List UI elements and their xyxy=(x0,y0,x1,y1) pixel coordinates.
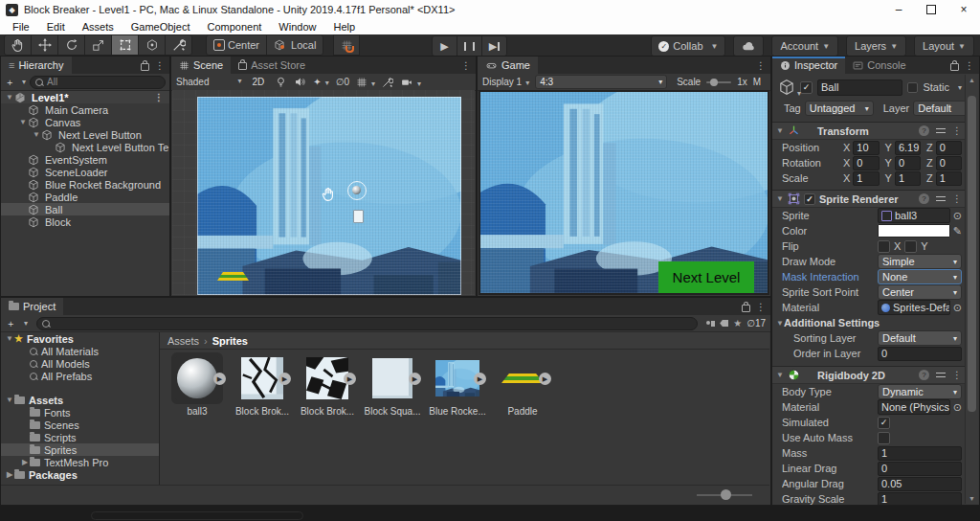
transform-rotation-x-field[interactable]: 0 xyxy=(853,156,879,170)
breadcrumb-root[interactable]: Assets xyxy=(167,335,199,347)
sr-help-icon[interactable]: ? xyxy=(919,193,929,204)
rigidbody-angular-drag-field[interactable]: 0.05 xyxy=(878,477,962,491)
expand-asset-icon[interactable]: ▶ xyxy=(213,373,226,385)
tab-scene[interactable]: Scene xyxy=(171,57,231,74)
scene-camera-dropdown[interactable]: ▾ xyxy=(400,77,421,88)
tab-project[interactable]: Project xyxy=(1,298,63,315)
scene-tools-button[interactable] xyxy=(382,77,393,88)
rigidbody-body-type-dropdown[interactable]: Dynamic▾ xyxy=(878,384,962,399)
inspector-lock-icon[interactable] xyxy=(950,63,959,71)
asset-paddle[interactable]: ▶Paddle xyxy=(497,356,548,486)
material-object-field[interactable]: Sprites-Defaul xyxy=(878,300,950,315)
asset-block-squa-[interactable]: ▶Block Squa... xyxy=(367,356,418,486)
hierarchy-item-canvas[interactable]: ▼Canvas xyxy=(1,116,169,128)
project-folder-all-materials[interactable]: All Materials xyxy=(1,345,159,357)
pause-button[interactable] xyxy=(457,35,482,57)
filter-label-icon[interactable] xyxy=(720,320,728,327)
expand-arrow-icon[interactable]: ▼ xyxy=(32,130,41,139)
transform-header[interactable]: ▼ Transform ?⋮ xyxy=(772,122,966,140)
menu-help[interactable]: Help xyxy=(324,19,364,34)
color-swatch[interactable] xyxy=(878,224,950,238)
expand-asset-icon[interactable]: ▶ xyxy=(474,373,486,385)
rotate-tool-button[interactable] xyxy=(57,34,85,56)
mask-interaction-dropdown[interactable]: None▾ xyxy=(878,269,962,284)
expand-asset-icon[interactable]: ▶ xyxy=(278,373,291,385)
create-dropdown-icon[interactable]: ▾ xyxy=(22,78,26,86)
game-viewport[interactable]: Next Level xyxy=(479,90,769,295)
menu-component[interactable]: Component xyxy=(198,19,270,34)
asset-blue-rocke-[interactable]: ▶Blue Rocke... xyxy=(432,356,483,486)
transform-tool-button[interactable] xyxy=(138,34,166,56)
account-dropdown[interactable]: Account▼ xyxy=(771,35,838,57)
thumbnail-size-knob[interactable] xyxy=(721,489,731,500)
draw-mode-dropdown[interactable]: Simple▾ xyxy=(878,254,962,269)
project-folder-assets[interactable]: ▼Assets xyxy=(1,394,159,406)
menu-gameobject[interactable]: GameObject xyxy=(122,19,199,34)
sort-point-dropdown[interactable]: Center▾ xyxy=(878,284,962,300)
rigidbody-use-auto-mass-checkbox[interactable] xyxy=(878,432,890,444)
rigidbody-mass-field[interactable]: 1 xyxy=(878,446,962,461)
static-dropdown-icon[interactable]: ▾ xyxy=(958,83,962,92)
hierarchy-item-eventsystem[interactable]: EventSystem xyxy=(1,153,169,166)
transform-position-y-field[interactable]: 6.19 xyxy=(895,141,921,155)
expand-arrow-icon[interactable]: ▼ xyxy=(18,118,28,126)
tab-console[interactable]: Console xyxy=(845,57,913,74)
hierarchy-item-next-level-button[interactable]: ▼Next Level Button xyxy=(1,128,169,141)
preset-icon[interactable] xyxy=(936,127,946,135)
project-create-button[interactable]: ＋ xyxy=(6,317,15,330)
project-lock-icon[interactable] xyxy=(742,305,750,312)
project-folder-scenes[interactable]: Scenes xyxy=(1,419,159,431)
expand-arrow-icon[interactable]: ▼ xyxy=(5,334,14,343)
favorite-filter-icon[interactable]: ★ xyxy=(733,318,742,328)
flip-y-checkbox[interactable] xyxy=(904,240,917,253)
play-button[interactable]: ▶ xyxy=(432,35,457,57)
hand-tool-button[interactable] xyxy=(4,34,32,56)
scroll-up-icon[interactable]: ▲ xyxy=(966,77,978,83)
layers-dropdown[interactable]: Layers▼ xyxy=(846,35,906,57)
scene-visibility-button[interactable]: ∅0 xyxy=(336,77,349,87)
project-kebab-icon[interactable]: ⋮ xyxy=(756,302,766,312)
scene-kebab-icon[interactable]: ⋮ xyxy=(154,92,169,102)
project-folder-textmesh-pro[interactable]: ▶TextMesh Pro xyxy=(1,456,159,468)
sprite-picker-icon[interactable]: ⊙ xyxy=(953,210,962,222)
rb-help-icon[interactable]: ? xyxy=(919,370,929,380)
rigidbody-material-field[interactable]: None (Physics M xyxy=(878,399,950,415)
hierarchy-item-next-level-button-te[interactable]: Next Level Button Te xyxy=(1,141,169,153)
project-folder-all-prefabs[interactable]: All Prefabs xyxy=(1,370,159,382)
scene-audio-button[interactable] xyxy=(294,76,306,88)
move-tool-button[interactable] xyxy=(31,34,58,56)
additional-settings-label[interactable]: Additional Settings xyxy=(784,317,880,328)
block-sprite[interactable] xyxy=(353,210,364,223)
expand-arrow-icon[interactable]: ▼ xyxy=(5,396,14,404)
rigidbody-gravity-scale-field[interactable]: 1 xyxy=(878,492,962,506)
scale-slider-knob[interactable] xyxy=(710,79,718,86)
eyedropper-icon[interactable]: ✎ xyxy=(953,225,962,238)
shading-mode-dropdown[interactable]: Shaded▾ xyxy=(176,77,242,87)
transform-scale-y-field[interactable]: 1 xyxy=(895,171,921,186)
menu-assets[interactable]: Assets xyxy=(74,19,122,34)
asset-ball3[interactable]: ▶ball3 xyxy=(171,356,223,486)
aspect-ratio-dropdown[interactable]: 4:3▾ xyxy=(535,75,667,89)
project-folder-all-models[interactable]: All Models xyxy=(1,357,159,370)
tab-hierarchy[interactable]: ≡Hierarchy xyxy=(1,57,72,74)
project-folder-sprites[interactable]: Sprites xyxy=(1,443,159,456)
scrollbar-thumb[interactable] xyxy=(968,96,976,412)
ball-sprite[interactable] xyxy=(352,186,361,194)
project-search-input[interactable] xyxy=(36,317,698,330)
sprite-object-field[interactable]: ball3 xyxy=(878,208,950,223)
scale-slider[interactable] xyxy=(706,81,731,83)
rigidbody-header[interactable]: ▼ Rigidbody 2D ?⋮ xyxy=(772,366,966,384)
project-folder-scripts[interactable]: Scripts xyxy=(1,431,159,443)
rigidbody-simulated-checkbox[interactable]: ✓ xyxy=(878,417,890,429)
game-kebab-icon[interactable]: ⋮ xyxy=(756,60,766,71)
menu-edit[interactable]: Edit xyxy=(38,19,74,34)
grid-snap-button[interactable] xyxy=(333,34,360,56)
scene-lighting-button[interactable] xyxy=(275,76,287,88)
order-in-layer-field[interactable]: 0 xyxy=(878,347,962,361)
sprite-renderer-header[interactable]: ▼ ✓ Sprite Renderer ?⋮ xyxy=(772,190,966,208)
tag-dropdown[interactable]: Untagged▾ xyxy=(805,101,874,116)
scroll-down-icon[interactable]: ▼ xyxy=(966,495,978,502)
hierarchy-item-block[interactable]: Block xyxy=(1,215,169,228)
hierarchy-search-input[interactable]: All xyxy=(30,76,166,89)
scene-grid-dropdown[interactable]: ▾ xyxy=(356,77,375,88)
